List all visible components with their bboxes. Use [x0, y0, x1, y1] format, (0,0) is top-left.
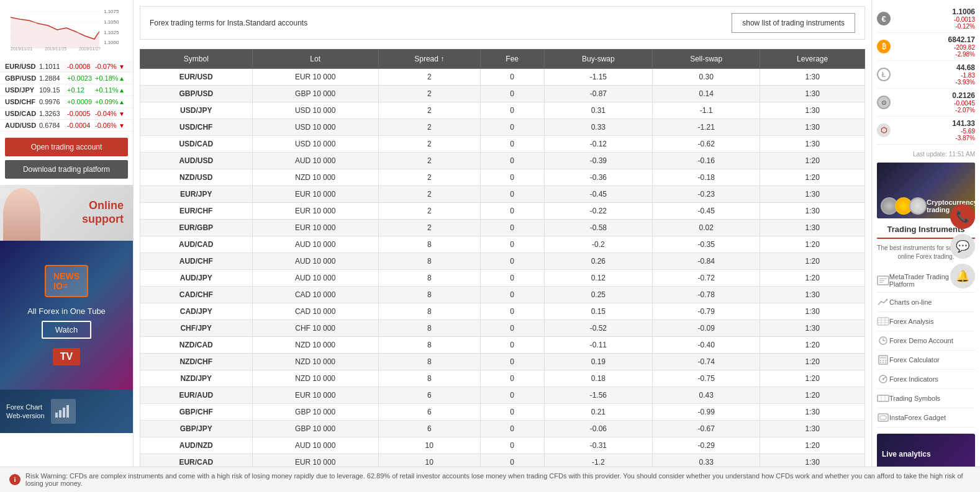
news-watch-button[interactable]: Watch: [42, 321, 91, 339]
table-row: AUD/JPYAUD 10 000800.12-0.721:20: [140, 270, 865, 287]
svg-text:2019/11/21: 2019/11/21: [11, 47, 32, 51]
instrument-gadget[interactable]: InstaForex Gadget: [877, 408, 975, 427]
table-cell: 0: [480, 370, 544, 387]
col-fee: Fee: [480, 50, 544, 69]
table-cell: 0.43: [653, 387, 760, 404]
currency-row-usdjpy[interactable]: USD/JPY 109.15 +0.12 +0.11% ▲: [0, 84, 133, 96]
table-row: USD/JPYUSD 10 000200.31-1.11:30: [140, 102, 865, 119]
currency-row-usdcad[interactable]: USD/CAD 1.3263 -0.0005 -0.04% ▼: [0, 108, 133, 120]
table-cell: 1:20: [760, 236, 865, 253]
chat-button[interactable]: 💬: [950, 234, 975, 259]
instrument-calculator[interactable]: Forex Calculator: [877, 351, 975, 370]
table-cell: 1:30: [760, 404, 865, 421]
instrument-demo[interactable]: Forex Demo Account: [877, 331, 975, 351]
svg-rect-42: [880, 416, 886, 419]
table-cell: 1:20: [760, 387, 865, 404]
currency-change: +0.0009: [67, 98, 95, 105]
table-cell: 0: [480, 236, 544, 253]
table-cell: -0.75: [653, 370, 760, 387]
table-cell: AUD/NZD: [140, 437, 253, 454]
calc-icon: [877, 355, 889, 365]
currency-row-audusd[interactable]: AUD/USD 0.6784 -0.0004 -0.06% ▼: [0, 120, 133, 132]
table-cell: 2: [378, 119, 480, 136]
currency-price: 1.1011: [39, 63, 67, 70]
instrument-indicators[interactable]: Forex Indicators: [877, 370, 975, 389]
table-cell: 0: [480, 337, 544, 354]
table-cell: 8: [378, 253, 480, 270]
table-cell: 0: [480, 354, 544, 370]
table-cell: 0: [480, 102, 544, 119]
table-cell: -0.62: [653, 136, 760, 153]
table-row: GBP/USDGBP 10 00020-0.870.141:30: [140, 86, 865, 102]
currency-change: -0.0008: [67, 63, 95, 70]
mini-chart: 1.1075 1.1050 1.1025 1.1000 2019/11/21 2…: [0, 5, 133, 61]
bell-button[interactable]: 🔔: [950, 264, 975, 288]
svg-rect-28: [880, 357, 886, 359]
table-cell: USD/CAD: [140, 136, 253, 153]
table-cell: NZD/USD: [140, 169, 253, 186]
indicator-icon: [877, 374, 889, 384]
instrument-analysis[interactable]: Forex Analysis: [877, 312, 975, 331]
btc-icon: ₿: [877, 40, 891, 53]
usdc-change: -0.0045-2.07%: [894, 100, 975, 114]
table-cell: 1:30: [760, 203, 865, 220]
crypto-row-usdc: ⊙ 0.2126 -0.0045-2.07%: [877, 89, 975, 117]
account-type-link[interactable]: Insta.Standard: [227, 19, 276, 27]
currency-pct: -0.06%: [95, 122, 119, 129]
table-cell: 8: [378, 270, 480, 287]
table-body: EUR/USDEUR 10 00020-1.150.301:30GBP/USDG…: [140, 69, 865, 493]
currency-change: -0.0005: [67, 110, 95, 117]
table-cell: 1:20: [760, 370, 865, 387]
table-cell: 0: [480, 404, 544, 421]
download-platform-button[interactable]: Download trading platform: [5, 160, 128, 179]
table-cell: 0: [480, 303, 544, 320]
currency-pct: +0.09%: [95, 98, 119, 105]
table-cell: EUR 10 000: [252, 69, 378, 86]
table-cell: EUR/GBP: [140, 220, 253, 236]
table-cell: -0.78: [653, 287, 760, 303]
currency-name: GBP/USD: [5, 74, 39, 82]
table-cell: AUD/USD: [140, 153, 253, 169]
currency-row-usdchf[interactable]: USD/CHF 0.9976 +0.0009 +0.09% ▲: [0, 96, 133, 108]
instrument-charts[interactable]: Charts on-line: [877, 293, 975, 312]
table-cell: 8: [378, 303, 480, 320]
table-cell: GBP 10 000: [252, 421, 378, 437]
col-buy-swap: Buy-swap: [544, 50, 653, 69]
currency-price: 0.6784: [39, 122, 67, 129]
svg-text:1.1050: 1.1050: [104, 19, 119, 25]
table-cell: CHF/JPY: [140, 320, 253, 337]
currency-row-eurusd[interactable]: EUR/USD 1.1011 -0.0008 -0.07% ▼: [0, 61, 133, 73]
table-row: NZD/CHFNZD 10 000800.19-0.741:20: [140, 354, 865, 370]
table-cell: 1:20: [760, 337, 865, 354]
currency-row-gbpusd[interactable]: GBP/USD 1.2884 +0.0023 +0.18% ▲: [0, 73, 133, 84]
page-header: Forex trading terms for Insta.Standard a…: [140, 6, 865, 40]
arrow-down-icon: ▼: [119, 110, 125, 117]
instrument-symbols[interactable]: Trading Symbols: [877, 389, 975, 408]
analysis-icon: [877, 316, 889, 326]
table-cell: 0: [480, 287, 544, 303]
table-cell: USD 10 000: [252, 102, 378, 119]
table-cell: 1:30: [760, 136, 865, 153]
chart-web-banner[interactable]: Forex ChartWeb-version: [0, 390, 133, 433]
svg-text:1.1075: 1.1075: [104, 9, 119, 14]
table-cell: -0.40: [653, 337, 760, 354]
table-cell: AUD/JPY: [140, 270, 253, 287]
phone-button[interactable]: 📞: [950, 204, 975, 229]
risk-icon: i: [9, 474, 20, 485]
table-cell: 0: [480, 153, 544, 169]
usdc-icon: ⊙: [877, 96, 891, 109]
table-cell: -0.09: [653, 320, 760, 337]
metatrader-icon: [877, 275, 889, 285]
table-cell: -1.15: [544, 69, 653, 86]
show-list-button[interactable]: show list of trading instruments: [732, 13, 855, 33]
table-row: CAD/JPYCAD 10 000800.15-0.791:30: [140, 303, 865, 320]
svg-rect-13: [59, 410, 61, 418]
table-cell: GBP 10 000: [252, 404, 378, 421]
table-row: AUD/CHFAUD 10 000800.26-0.841:20: [140, 253, 865, 270]
open-account-button[interactable]: Open trading account: [5, 138, 128, 156]
usdc-price: 0.2126: [894, 91, 975, 100]
table-cell: 1:20: [760, 153, 865, 169]
table-cell: 0: [480, 253, 544, 270]
table-row: GBP/CHFGBP 10 000600.21-0.991:30: [140, 404, 865, 421]
main-content: Forex trading terms for Insta.Standard a…: [134, 0, 871, 492]
